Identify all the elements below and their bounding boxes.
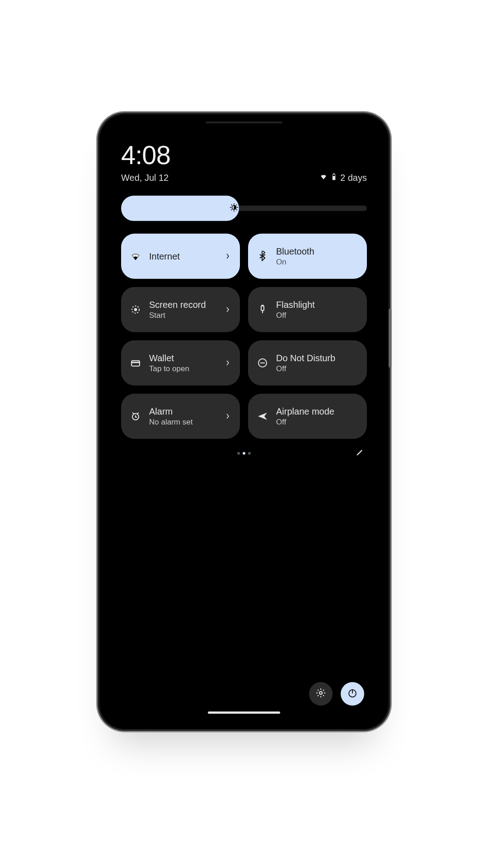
brightness-icon bbox=[229, 203, 239, 214]
battery-icon bbox=[331, 173, 337, 183]
wifi-status-icon bbox=[319, 173, 328, 183]
dnd-icon bbox=[256, 358, 269, 368]
tile-record[interactable]: Screen recordStart bbox=[121, 287, 240, 332]
tile-subtitle: Off bbox=[276, 311, 359, 320]
power-icon bbox=[347, 688, 358, 700]
chevron-right-icon bbox=[225, 360, 232, 366]
chevron-right-icon bbox=[225, 307, 232, 312]
tile-alarm[interactable]: AlarmNo alarm set bbox=[121, 394, 240, 439]
tile-title: Do Not Disturb bbox=[276, 353, 359, 363]
chevron-right-icon bbox=[225, 414, 232, 419]
tile-title: Bluetooth bbox=[276, 246, 359, 257]
brightness-fill bbox=[121, 196, 239, 221]
nav-gesture-handle[interactable] bbox=[208, 712, 280, 714]
tile-flash[interactable]: FlashlightOff bbox=[248, 287, 367, 332]
tile-internet[interactable]: Internet bbox=[121, 234, 240, 279]
tile-wallet[interactable]: WalletTap to open bbox=[121, 340, 240, 386]
tile-title: Screen record bbox=[149, 299, 218, 310]
page-dot bbox=[237, 452, 240, 455]
quick-settings-tiles: InternetBluetoothOnScreen recordStartFla… bbox=[121, 234, 367, 439]
page-indicator[interactable] bbox=[237, 452, 251, 455]
tile-subtitle: Off bbox=[276, 418, 359, 427]
airplane-icon bbox=[256, 411, 269, 422]
bluetooth-icon bbox=[256, 251, 269, 262]
page-dot bbox=[248, 452, 251, 455]
gear-icon bbox=[315, 688, 326, 700]
edit-tiles-button[interactable] bbox=[355, 448, 364, 459]
flash-icon bbox=[256, 304, 269, 315]
power-button[interactable] bbox=[341, 682, 364, 706]
battery-estimate-text: 2 days bbox=[340, 173, 367, 183]
pencil-icon bbox=[355, 451, 364, 458]
tile-bluetooth[interactable]: BluetoothOn bbox=[248, 234, 367, 279]
page-dot bbox=[243, 452, 245, 455]
tile-airplane[interactable]: Airplane modeOff bbox=[248, 394, 367, 439]
tile-subtitle: No alarm set bbox=[149, 418, 218, 427]
tile-subtitle: Start bbox=[149, 311, 218, 320]
date-text[interactable]: Wed, Jul 12 bbox=[121, 173, 169, 183]
tile-subtitle: Off bbox=[276, 364, 359, 373]
quick-settings-panel: 4:08 Wed, Jul 12 2 days InternetBluetoot… bbox=[108, 123, 380, 720]
status-icons: 2 days bbox=[319, 173, 367, 183]
physical-side-button bbox=[389, 309, 391, 368]
tile-title: Internet bbox=[149, 251, 218, 262]
brightness-slider[interactable] bbox=[121, 196, 367, 221]
tile-title: Flashlight bbox=[276, 299, 359, 310]
tile-dnd[interactable]: Do Not DisturbOff bbox=[248, 340, 367, 386]
alarm-icon bbox=[129, 411, 142, 422]
phone-frame: 4:08 Wed, Jul 12 2 days InternetBluetoot… bbox=[99, 114, 389, 729]
settings-button[interactable] bbox=[309, 682, 333, 706]
tile-subtitle: Tap to open bbox=[149, 364, 218, 373]
internet-icon bbox=[129, 251, 142, 262]
clock-time[interactable]: 4:08 bbox=[121, 140, 367, 170]
tile-title: Alarm bbox=[149, 406, 218, 417]
tile-title: Airplane mode bbox=[276, 406, 359, 417]
wallet-icon bbox=[129, 358, 142, 368]
record-icon bbox=[129, 304, 142, 315]
chevron-right-icon bbox=[225, 254, 232, 259]
tile-subtitle: On bbox=[276, 258, 359, 267]
tile-title: Wallet bbox=[149, 353, 218, 363]
